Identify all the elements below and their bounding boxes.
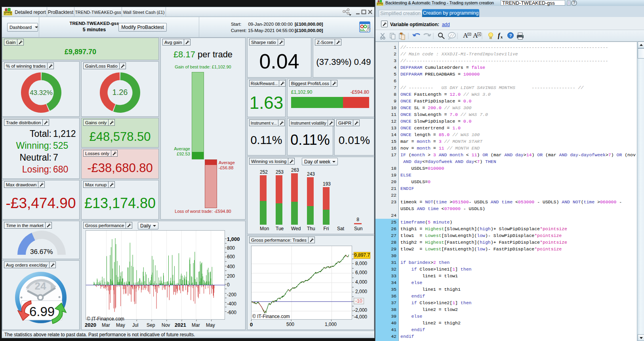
- svg-text://: //: [450, 34, 454, 38]
- svg-text:24: 24: [35, 280, 46, 292]
- svg-text:A: A: [463, 32, 468, 39]
- svg-text:A: A: [473, 32, 478, 39]
- svg-text:DEMO: DEMO: [377, 3, 383, 6]
- svg-text:f: f: [498, 32, 501, 39]
- svg-text:6.99: 6.99: [29, 304, 55, 319]
- svg-text:?: ?: [509, 33, 512, 38]
- svg-text:?: ?: [573, 1, 575, 5]
- svg-text:x: x: [501, 35, 503, 39]
- svg-text:DEMO: DEMO: [5, 12, 11, 15]
